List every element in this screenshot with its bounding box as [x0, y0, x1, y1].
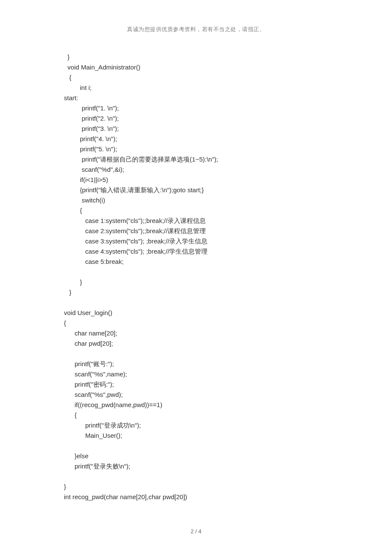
page-number: 2 / 4	[0, 528, 392, 535]
page-header: 真诚为您提供优质参考资料，若有不当之处，请指正。	[0, 0, 392, 33]
code-body: } void Main_Administrator() { int i; sta…	[0, 33, 392, 502]
